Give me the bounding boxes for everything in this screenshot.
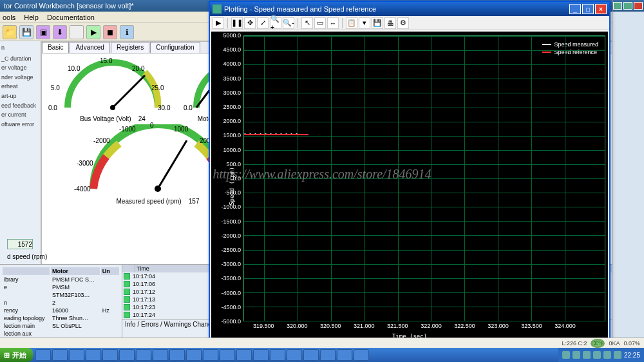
download-icon[interactable]: ⬇: [53, 25, 67, 39]
task-item[interactable]: [69, 349, 84, 361]
svg-line-3: [158, 140, 187, 189]
task-item[interactable]: [236, 349, 252, 361]
minimize-button[interactable]: _: [569, 4, 581, 14]
task-item[interactable]: [270, 349, 285, 361]
task-item[interactable]: [354, 349, 369, 361]
cpu-badge: 38%: [591, 339, 605, 348]
save-icon[interactable]: 💾: [19, 25, 33, 39]
svg-point-1: [110, 105, 115, 110]
fit-icon[interactable]: ↔: [327, 17, 339, 29]
task-item[interactable]: [169, 349, 185, 361]
print-icon[interactable]: 🖶: [384, 17, 396, 29]
select-icon[interactable]: ▭: [314, 17, 326, 29]
task-item[interactable]: [220, 349, 235, 361]
legend: Speed measured Speed reference: [542, 41, 598, 57]
plotting-window[interactable]: Plotting - Speed measured and Speed refe…: [209, 1, 611, 343]
task-item[interactable]: [102, 349, 118, 361]
measured-speed-value: 157: [189, 198, 200, 205]
plot-app-icon: [213, 5, 222, 14]
system-tray[interactable]: 22:25: [558, 348, 644, 362]
tray-icon[interactable]: [562, 351, 570, 359]
cursor-icon[interactable]: ↖: [301, 17, 313, 29]
task-item[interactable]: [35, 349, 51, 361]
play-icon[interactable]: [124, 296, 130, 303]
sep: [70, 25, 84, 39]
x-axis: 319.500320.000320.500321.000321.500322.0…: [243, 323, 605, 332]
measured-speed-label: Measured speed (rpm): [117, 198, 182, 205]
menu-documentation[interactable]: Documentation: [47, 14, 95, 21]
copy-icon[interactable]: 📋: [346, 17, 357, 29]
plot-title: Plotting - Speed measured and Speed refe…: [224, 5, 376, 13]
cursor-pos: L:226 C:2: [562, 340, 587, 347]
task-item[interactable]: [153, 349, 168, 361]
clock: 22:25: [624, 352, 640, 359]
speed-input[interactable]: [7, 239, 33, 249]
play-icon[interactable]: [124, 281, 130, 287]
tray-icon[interactable]: [573, 351, 580, 359]
chart-plot[interactable]: Speed measured Speed reference: [243, 35, 605, 321]
task-item[interactable]: [136, 349, 151, 361]
task-item[interactable]: [119, 349, 135, 361]
svg-point-4: [155, 186, 161, 192]
zoom-in-icon[interactable]: 🔍+: [270, 17, 281, 29]
plot-title-bar[interactable]: Plotting - Speed measured and Speed refe…: [210, 2, 609, 16]
task-item[interactable]: [186, 349, 202, 361]
stop-icon[interactable]: ◼: [103, 25, 117, 39]
tab-advanced[interactable]: Advanced: [70, 42, 109, 53]
dropdown-icon[interactable]: ▾: [359, 17, 370, 29]
task-item[interactable]: [253, 349, 269, 361]
task-item[interactable]: [303, 349, 319, 361]
info-icon[interactable]: ℹ: [120, 25, 134, 39]
play-icon[interactable]: [124, 312, 130, 318]
bus-voltage-label: Bus Voltage (Volt): [80, 115, 131, 122]
play-icon[interactable]: [124, 304, 130, 310]
task-item[interactable]: [337, 349, 352, 361]
task-item[interactable]: [203, 349, 218, 361]
status-bar: L:226 C:2 38% 0KA 0.07%: [0, 338, 644, 348]
speed-label: d speed (rpm): [7, 253, 47, 260]
tray-icon[interactable]: [583, 351, 591, 359]
motor-properties-table: MotorUn ibraryPMSM FOC S… ePMSM STM32F10…: [0, 265, 122, 348]
task-item[interactable]: [86, 349, 101, 361]
tray-icon[interactable]: [603, 351, 611, 359]
background-window-right: [612, 0, 644, 348]
plot-toolbar: ▶ ❚❚ ✥ ⤢ 🔍+ 🔍- ↖ ▭ ↔ 📋 ▾ 💾 🖶 ⚙: [210, 16, 609, 30]
task-item[interactable]: [320, 349, 336, 361]
svg-line-0: [113, 75, 145, 108]
task-item[interactable]: [52, 349, 68, 361]
zoom-out-icon[interactable]: 🔍-: [283, 17, 294, 29]
close-button[interactable]: ×: [595, 4, 607, 14]
y-axis: -5000.0-4500.0-4000.0-3500.0-3000.0-2500…: [211, 35, 242, 321]
bus-voltage-value: 24: [138, 115, 146, 122]
taskbar[interactable]: ⊞开始 22:25: [0, 348, 644, 362]
play-icon[interactable]: [124, 273, 130, 280]
save-icon[interactable]: 💾: [372, 17, 383, 29]
tray-icon[interactable]: [614, 351, 621, 359]
settings-icon[interactable]: ⚙: [397, 17, 409, 29]
play-icon[interactable]: [124, 289, 130, 295]
start-button[interactable]: ⊞开始: [0, 348, 33, 362]
taskbar-items: [35, 349, 558, 361]
tab-basic[interactable]: Basic: [42, 42, 69, 53]
play-icon[interactable]: ▶: [213, 17, 224, 29]
chart-area[interactable]: Speed (rpm) -5000.0-4500.0-4000.0-3500.0…: [211, 32, 608, 341]
tab-configuration[interactable]: Configuration: [150, 42, 200, 53]
move-icon[interactable]: ✥: [244, 17, 256, 29]
chip-icon[interactable]: ▣: [36, 25, 50, 39]
maximize-button[interactable]: □: [582, 4, 594, 14]
tab-registers[interactable]: Registers: [111, 42, 149, 53]
open-icon[interactable]: 📁: [3, 25, 17, 39]
menu-tools[interactable]: ools: [3, 14, 15, 21]
tray-icon[interactable]: [593, 351, 601, 359]
play-icon[interactable]: ▶: [86, 25, 100, 39]
pause-icon[interactable]: ❚❚: [231, 17, 243, 29]
menu-help[interactable]: Help: [24, 14, 39, 21]
zoom-reset-icon[interactable]: ⤢: [257, 17, 269, 29]
task-item[interactable]: [287, 349, 302, 361]
